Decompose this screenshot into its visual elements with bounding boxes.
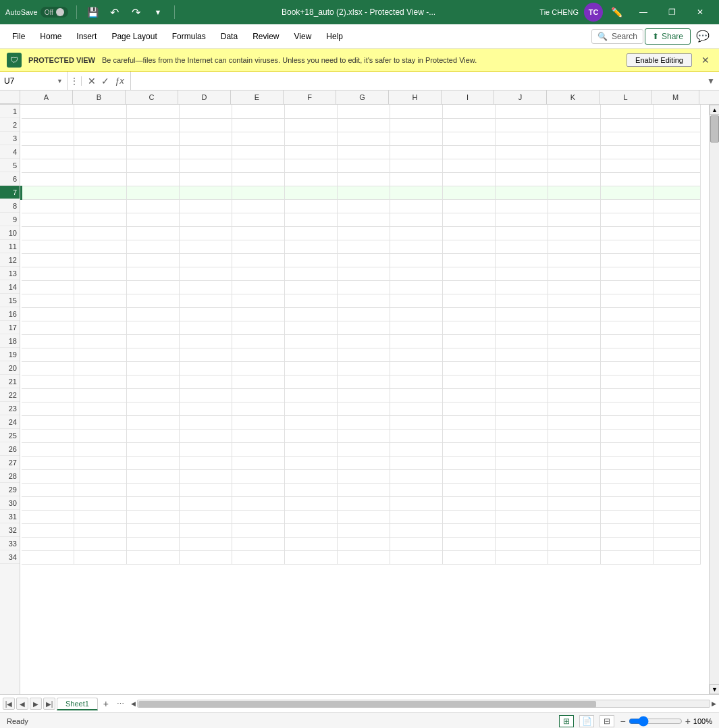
table-row[interactable]: [22, 456, 74, 469]
table-row[interactable]: [443, 145, 496, 159]
table-row[interactable]: [496, 294, 548, 307]
menu-data[interactable]: Data: [214, 29, 244, 44]
zoom-in-button[interactable]: +: [685, 716, 691, 727]
page-layout-view-button[interactable]: 📄: [579, 715, 594, 727]
table-row[interactable]: [601, 429, 654, 442]
table-row[interactable]: [22, 496, 74, 510]
table-row[interactable]: [601, 253, 654, 267]
table-row[interactable]: [22, 429, 74, 442]
search-box[interactable]: 🔍 Search: [591, 29, 643, 44]
row-20[interactable]: 20: [0, 361, 20, 375]
table-row[interactable]: [654, 510, 701, 523]
table-row[interactable]: [390, 321, 443, 334]
horizontal-scrollbar[interactable]: ◀ ▶: [131, 695, 716, 712]
table-row[interactable]: [654, 226, 701, 240]
table-row[interactable]: [496, 361, 548, 375]
table-row[interactable]: [443, 469, 496, 483]
table-row[interactable]: [74, 145, 127, 159]
table-row[interactable]: [74, 213, 127, 226]
table-row[interactable]: [285, 523, 338, 537]
table-row[interactable]: [548, 375, 601, 388]
row-33[interactable]: 33: [0, 537, 20, 550]
table-row[interactable]: [654, 253, 701, 267]
sheet-nav-prev[interactable]: ◀: [16, 698, 28, 710]
table-row[interactable]: [180, 415, 232, 429]
table-row[interactable]: [232, 159, 285, 172]
table-row[interactable]: [654, 496, 701, 510]
table-row[interactable]: [338, 496, 390, 510]
h-scroll-thumb[interactable]: [138, 701, 596, 708]
table-row[interactable]: [180, 348, 232, 361]
table-row[interactable]: [654, 523, 701, 537]
table-row[interactable]: [22, 294, 74, 307]
table-row[interactable]: [180, 105, 232, 118]
table-row[interactable]: [22, 388, 74, 402]
table-row[interactable]: [443, 280, 496, 294]
table-row[interactable]: [601, 361, 654, 375]
table-row[interactable]: [496, 321, 548, 334]
row-11[interactable]: 11: [0, 240, 20, 253]
row-23[interactable]: 23: [0, 402, 20, 415]
sheet-nav-first[interactable]: |◀: [3, 698, 15, 710]
scroll-down-button[interactable]: ▼: [710, 684, 719, 694]
table-row[interactable]: [180, 172, 232, 186]
table-row[interactable]: [74, 240, 127, 253]
enable-editing-button[interactable]: Enable Editing: [627, 53, 692, 67]
table-row[interactable]: [390, 334, 443, 348]
name-box[interactable]: U7 ▼: [0, 72, 68, 90]
table-row[interactable]: [654, 186, 701, 199]
table-row[interactable]: [285, 240, 338, 253]
table-row[interactable]: [180, 186, 232, 199]
table-row[interactable]: [443, 415, 496, 429]
table-row[interactable]: [390, 523, 443, 537]
table-row[interactable]: [127, 456, 180, 469]
menu-view[interactable]: View: [288, 29, 319, 44]
table-row[interactable]: [548, 118, 601, 132]
table-row[interactable]: [74, 307, 127, 321]
table-row[interactable]: [390, 388, 443, 402]
table-row[interactable]: [390, 375, 443, 388]
menu-page-layout[interactable]: Page Layout: [105, 29, 163, 44]
table-row[interactable]: [548, 213, 601, 226]
table-row[interactable]: [127, 348, 180, 361]
table-row[interactable]: [180, 199, 232, 213]
table-row[interactable]: [548, 402, 601, 415]
table-row[interactable]: [548, 132, 601, 145]
table-row[interactable]: [654, 321, 701, 334]
table-row[interactable]: [548, 456, 601, 469]
table-row[interactable]: [338, 118, 390, 132]
table-row[interactable]: [74, 375, 127, 388]
table-row[interactable]: [74, 469, 127, 483]
table-row[interactable]: [127, 132, 180, 145]
col-header-C[interactable]: C: [126, 90, 178, 104]
table-row[interactable]: [496, 550, 548, 564]
corner-select-all[interactable]: [0, 90, 20, 104]
table-row[interactable]: [22, 469, 74, 483]
table-row[interactable]: [496, 415, 548, 429]
table-row[interactable]: [74, 186, 127, 199]
table-row[interactable]: [601, 294, 654, 307]
table-row[interactable]: [338, 240, 390, 253]
col-header-L[interactable]: L: [600, 90, 652, 104]
table-row[interactable]: [232, 375, 285, 388]
table-row[interactable]: [654, 307, 701, 321]
table-row[interactable]: [74, 172, 127, 186]
table-row[interactable]: [338, 442, 390, 456]
table-row[interactable]: [127, 186, 180, 199]
col-header-M[interactable]: M: [652, 90, 699, 104]
table-row[interactable]: [548, 523, 601, 537]
table-row[interactable]: [285, 132, 338, 145]
row-27[interactable]: 27: [0, 456, 20, 469]
table-row[interactable]: [22, 483, 74, 496]
normal-view-button[interactable]: ⊞: [559, 715, 574, 727]
table-row[interactable]: [601, 375, 654, 388]
table-row[interactable]: [127, 402, 180, 415]
table-row[interactable]: [654, 118, 701, 132]
table-row[interactable]: [548, 361, 601, 375]
table-row[interactable]: [180, 253, 232, 267]
table-row[interactable]: [22, 253, 74, 267]
table-row[interactable]: [601, 334, 654, 348]
close-button[interactable]: ✕: [687, 0, 714, 24]
table-row[interactable]: [127, 523, 180, 537]
table-row[interactable]: [601, 510, 654, 523]
